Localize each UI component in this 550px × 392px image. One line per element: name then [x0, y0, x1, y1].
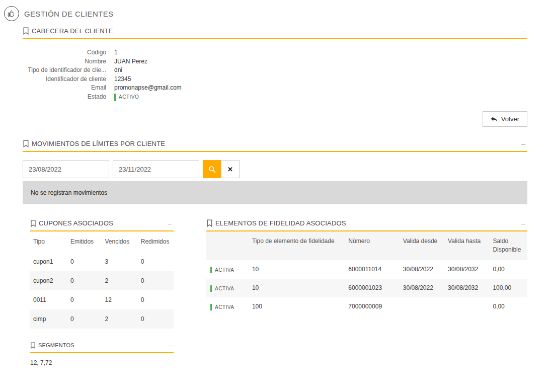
cell: 0	[138, 271, 174, 290]
table-row: ACTIVA 10 6000011014 30/08/2022 30/08/20…	[206, 260, 527, 279]
cell: 0,00	[489, 297, 527, 316]
panel-title-fidelidad: ELEMENTOS DE FIDELIDAD ASOCIADOS	[215, 219, 346, 227]
field-email: Email promonapse@gmail.com	[23, 84, 527, 93]
status-badge: ACTIVA	[210, 285, 234, 292]
field-label: Código	[23, 48, 114, 57]
cell: 0	[138, 252, 174, 271]
bookmark-icon	[23, 140, 29, 147]
cell: 2	[102, 309, 137, 329]
cell: 0	[138, 309, 174, 329]
field-label: Nombre	[23, 57, 114, 66]
status-badge: ACTIVA	[210, 304, 234, 310]
cell: 12	[102, 290, 137, 309]
cell: 30/08/2032	[444, 260, 489, 279]
back-arrow-icon	[491, 116, 498, 122]
cupones-table: Tipo Emitidos Vencidos Redimidos cupon1 …	[30, 231, 174, 329]
client-fields: Código 1 Nombre JUAN Perez Tipo de ident…	[23, 48, 527, 101]
column-header: Número	[344, 231, 399, 260]
cell: 10	[248, 279, 344, 297]
bookmark-icon	[30, 220, 36, 227]
empty-message: No se registran movimientos	[23, 181, 527, 204]
panel-title-segmentos: SEGMENTOS	[38, 342, 74, 348]
panel-cabecera: CABECERA DEL CLIENTE – Código 1 Nombre J…	[23, 27, 527, 127]
collapse-toggle[interactable]: –	[166, 220, 174, 227]
cell: 6000001023	[344, 279, 399, 297]
collapse-toggle[interactable]: –	[519, 140, 527, 147]
field-identificador: Identificador de cliente 12345	[23, 75, 527, 84]
cell: 6000011014	[344, 260, 399, 279]
field-value: JUAN Perez	[114, 57, 147, 66]
cell: 0	[67, 309, 102, 329]
field-value: 12345	[114, 75, 131, 84]
volver-button[interactable]: Volver	[483, 111, 527, 127]
cell	[399, 297, 444, 316]
cell: 0	[67, 252, 102, 271]
field-value: dni	[114, 66, 122, 75]
panel-cupones: CUPONES ASOCIADOS – Tipo Emitidos Vencid…	[30, 219, 174, 329]
field-label: Tipo de identificador de clie...	[23, 66, 114, 75]
column-header: Saldo Disponible	[489, 231, 527, 260]
panel-title-cupones: CUPONES ASOCIADOS	[39, 219, 113, 227]
table-row: ACTIVA 10 6000001023 30/08/2022 30/08/20…	[206, 279, 527, 297]
cell: 0011	[30, 290, 67, 309]
thumbs-up-icon	[4, 6, 19, 21]
cell: 2	[102, 271, 137, 290]
collapse-toggle[interactable]: –	[519, 220, 527, 227]
table-row: ACTIVA 100 7000000009 0,00	[206, 297, 527, 316]
table-row: cimp 0 2 0	[30, 309, 174, 329]
column-header	[206, 231, 248, 260]
cell: cupon2	[30, 271, 67, 290]
field-tipo-identificador: Tipo de identificador de clie... dni	[23, 66, 527, 75]
field-codigo: Código 1	[23, 48, 527, 57]
field-label: Email	[23, 84, 114, 93]
close-icon: ✕	[227, 166, 233, 173]
table-row: 0011 0 12 0	[30, 290, 174, 309]
cell: 30/08/2022	[399, 279, 444, 297]
cell: 0	[67, 271, 102, 290]
panel-fidelidad: ELEMENTOS DE FIDELIDAD ASOCIADOS – Tipo …	[206, 219, 527, 316]
search-button[interactable]	[203, 160, 221, 178]
column-header: Valida hasta	[444, 231, 489, 260]
cell: 7000000009	[344, 297, 399, 316]
cell: 30/08/2032	[444, 279, 489, 297]
cell: 3	[102, 252, 137, 271]
cell: 100,00	[489, 279, 527, 297]
column-header: Valida desde	[399, 231, 444, 260]
cell: 0	[138, 290, 174, 309]
app-header: GESTIÓN DE CLIENTES	[0, 0, 550, 23]
table-row: cupon1 0 3 0	[30, 252, 174, 271]
clear-button[interactable]: ✕	[221, 160, 240, 178]
panel-movimientos: MOVIMIENTOS DE LÍMITES POR CLIENTE – ✕ N…	[23, 140, 527, 204]
field-value: 1	[114, 48, 118, 57]
column-header: Tipo de elemento de fidelidade	[248, 231, 344, 260]
column-header: Vencidos	[102, 231, 137, 252]
cell: 0	[67, 290, 102, 309]
field-label: Estado	[23, 93, 114, 102]
collapse-toggle[interactable]: –	[519, 28, 527, 35]
cell: cimp	[30, 309, 67, 329]
column-header: Tipo	[30, 231, 67, 252]
column-header: Redimidos	[138, 231, 174, 252]
field-estado: Estado ACTIVO	[23, 93, 527, 102]
bookmark-icon	[206, 219, 213, 227]
date-to-input[interactable]	[113, 160, 199, 178]
panel-title-movimientos: MOVIMIENTOS DE LÍMITES POR CLIENTE	[32, 140, 165, 147]
cell	[444, 297, 489, 316]
collapse-toggle[interactable]: –	[166, 342, 174, 349]
table-header-row: Tipo de elemento de fidelidade Número Va…	[206, 231, 527, 260]
field-value: promonapse@gmail.com	[114, 84, 182, 93]
panel-title-cabecera: CABECERA DEL CLIENTE	[32, 27, 113, 35]
table-row: cupon2 0 2 0	[30, 271, 174, 290]
status-badge: ACTIVO	[114, 94, 139, 102]
bookmark-icon	[30, 342, 36, 349]
fidelidad-table: Tipo de elemento de fidelidade Número Va…	[206, 231, 527, 316]
search-icon	[208, 166, 216, 173]
cell: 30/08/2022	[399, 260, 444, 279]
status-badge: ACTIVA	[210, 267, 234, 273]
field-nombre: Nombre JUAN Perez	[23, 57, 527, 66]
date-from-input[interactable]	[23, 160, 109, 178]
table-header-row: Tipo Emitidos Vencidos Redimidos	[30, 231, 174, 252]
bookmark-icon	[23, 27, 29, 35]
cell: 100	[248, 297, 344, 316]
page-title: GESTIÓN DE CLIENTES	[24, 10, 114, 18]
